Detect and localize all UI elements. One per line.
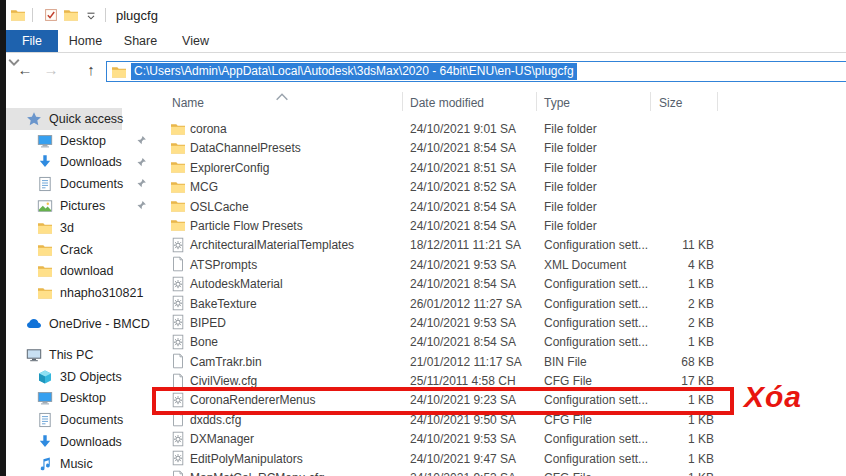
folder-icon: [37, 242, 53, 258]
file-row[interactable]: corona24/10/2021 9:01 SAFile folder: [162, 119, 846, 138]
sidebar-item-desktop[interactable]: Desktop: [6, 388, 122, 410]
sidebar-item-crack[interactable]: Crack: [6, 239, 122, 261]
file-row[interactable]: DataChannelPresets24/10/2021 8:54 SAFile…: [162, 138, 846, 157]
file-row[interactable]: BakeTexture26/01/2012 11:27 SAConfigurat…: [162, 294, 846, 313]
sidebar-item-label: OneDrive - BMCD: [49, 317, 150, 331]
sidebar-item-documents[interactable]: Documents: [6, 173, 122, 195]
column-separator[interactable]: [402, 92, 403, 111]
address-bar[interactable]: C:\Users\Admin\AppData\Local\Autodesk\3d…: [106, 61, 846, 82]
file-size: 1 KB: [602, 393, 714, 407]
file-date-modified: 24/10/2021 8:54 SA: [410, 335, 516, 349]
file-list: corona24/10/2021 9:01 SAFile folderDataC…: [162, 119, 846, 476]
file-row[interactable]: DXManager24/10/2021 9:53 SAConfiguration…: [162, 429, 846, 448]
file-date-modified: 24/10/2021 8:51 SA: [410, 161, 516, 175]
file-row[interactable]: MapMatCol_RCMenu.cfg24/10/2021 9:53 SACF…: [162, 468, 846, 476]
file-type: File folder: [544, 219, 654, 233]
tab-view[interactable]: View: [168, 30, 223, 52]
column-header-size[interactable]: Size: [659, 96, 682, 110]
documents-icon: [37, 176, 53, 192]
quick-access-check-icon[interactable]: [43, 7, 59, 23]
file-row[interactable]: ArchitecturalMaterialTemplates18/12/2011…: [162, 235, 846, 254]
sidebar-item-this-pc[interactable]: This PC: [6, 344, 122, 366]
sidebar-item-onedrive-bmcd[interactable]: OneDrive - BMCD: [6, 313, 122, 335]
column-header-name[interactable]: Name: [172, 96, 204, 110]
sidebar-item-desktop[interactable]: Desktop: [6, 130, 122, 152]
sidebar-item-3d[interactable]: 3d: [6, 217, 122, 239]
forward-button[interactable]: →: [40, 61, 62, 78]
file-row[interactable]: Bone24/10/2021 8:54 SAConfiguration sett…: [162, 332, 846, 351]
column-separator[interactable]: [717, 92, 718, 111]
customize-toolbar-dropdown-icon[interactable]: [83, 7, 99, 23]
file-date-modified: 24/10/2021 8:52 SA: [410, 180, 516, 194]
sidebar-item-downloads[interactable]: Downloads: [6, 431, 122, 453]
folder-icon: [170, 121, 186, 137]
downloads-icon: [37, 154, 53, 170]
music-icon: [37, 456, 53, 472]
file-size: 2 KB: [602, 316, 714, 330]
back-button[interactable]: ←: [14, 61, 36, 78]
sidebar-item-label: Downloads: [60, 155, 122, 169]
file-date-modified: 24/10/2021 8:54 SA: [410, 219, 516, 233]
sidebar-item-nhapho310821[interactable]: nhapho310821: [6, 282, 122, 304]
quick-access-folder-icon[interactable]: [63, 7, 79, 23]
sidebar-item-documents[interactable]: Documents: [6, 409, 122, 431]
sidebar-item-download[interactable]: download: [6, 261, 122, 283]
file-date-modified: 24/10/2021 9:53 SA: [410, 258, 516, 272]
file-row[interactable]: CamTrakr.bin21/01/2012 11:17 SABIN File6…: [162, 352, 846, 371]
sidebar-item-label: 3D Objects: [60, 370, 122, 384]
sidebar-item-label: Desktop: [60, 391, 106, 405]
file-row[interactable]: ExplorerConfig24/10/2021 8:51 SAFile fol…: [162, 158, 846, 177]
file-row[interactable]: AutodeskMaterial24/10/2021 8:54 SAConfig…: [162, 274, 846, 293]
file-date-modified: 24/10/2021 9:50 SA: [410, 413, 516, 427]
sidebar-item-downloads[interactable]: Downloads: [6, 152, 122, 174]
sidebar-item-pictures[interactable]: Pictures: [6, 195, 122, 217]
file-date-modified: 24/10/2021 9:01 SA: [410, 122, 516, 136]
file-row[interactable]: ATSPrompts24/10/2021 9:53 SAXML Document…: [162, 255, 846, 274]
quick-access-star-icon: [26, 111, 42, 127]
tab-file[interactable]: File: [6, 30, 58, 52]
file-name: corona: [190, 122, 227, 136]
file-row[interactable]: OSLCache24/10/2021 8:54 SAFile folder: [162, 197, 846, 216]
file-date-modified: 21/01/2012 11:17 SA: [410, 355, 522, 369]
file-date-modified: 24/10/2021 9:53 SA: [410, 471, 516, 476]
file-date-modified: 24/10/2021 8:54 SA: [410, 277, 516, 291]
file-name: OSLCache: [190, 200, 249, 214]
sidebar-item-music[interactable]: Music: [6, 453, 122, 475]
tab-home[interactable]: Home: [58, 30, 113, 52]
sidebar-item-quick-access[interactable]: Quick access: [6, 108, 122, 130]
explorer-window: plugcfg FileHomeShareView ← → ↑ C:\Users…: [0, 0, 846, 476]
column-header-type[interactable]: Type: [544, 96, 570, 110]
folder-icon: [170, 140, 186, 156]
downloads-icon: [37, 434, 53, 450]
file-type: File folder: [544, 180, 654, 194]
tab-share[interactable]: Share: [113, 30, 168, 52]
file-row[interactable]: Particle Flow Presets24/10/2021 8:54 SAF…: [162, 216, 846, 235]
column-separator[interactable]: [536, 92, 537, 111]
sidebar: Quick accessDesktopDownloadsDocumentsPic…: [6, 96, 162, 476]
file-icon: [170, 353, 186, 369]
file-size: 1 KB: [602, 277, 714, 291]
sort-ascending-icon: [274, 89, 290, 105]
title-bar: plugcfg: [6, 0, 846, 30]
file-row[interactable]: EditPolyManipulators24/10/2021 9:47 SACo…: [162, 449, 846, 468]
up-button[interactable]: ↑: [80, 61, 102, 78]
file-name: ATSPrompts: [190, 258, 257, 272]
file-name: BakeTexture: [190, 297, 257, 311]
column-separator[interactable]: [650, 92, 651, 111]
sidebar-item-label: Crack: [60, 243, 93, 257]
column-header-date-modified[interactable]: Date modified: [410, 96, 484, 110]
config-file-icon: [170, 314, 186, 330]
file-date-modified: 26/01/2012 11:27 SA: [410, 297, 522, 311]
file-row[interactable]: BIPED24/10/2021 9:53 SAConfiguration set…: [162, 313, 846, 332]
config-file-icon: [170, 450, 186, 466]
sidebar-item-3d-objects[interactable]: 3D Objects: [6, 366, 122, 388]
file-type: File folder: [544, 141, 654, 155]
3d-objects-icon: [37, 369, 53, 385]
file-icon: [170, 373, 186, 389]
file-name: Bone: [190, 335, 218, 349]
address-path[interactable]: C:\Users\Admin\AppData\Local\Autodesk\3d…: [131, 63, 577, 80]
file-icon: [170, 411, 186, 427]
file-icon: [170, 256, 186, 272]
file-size: 11 KB: [602, 238, 714, 252]
file-row[interactable]: MCG24/10/2021 8:52 SAFile folder: [162, 177, 846, 196]
